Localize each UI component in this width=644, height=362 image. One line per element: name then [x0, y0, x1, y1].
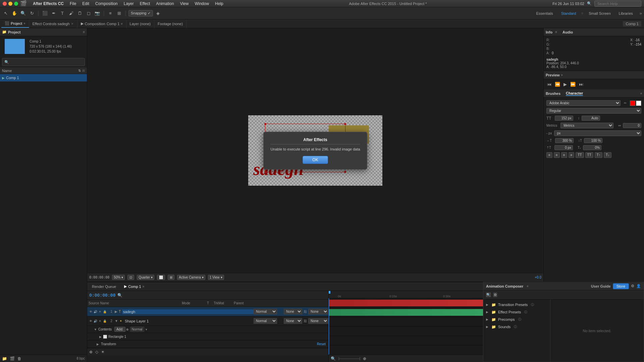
layer-row-2[interactable]: 👁 🔊 ☀ 🔒 2 ▼ ✦ Shape Layer 1 Normal — [87, 316, 328, 326]
menu-animation[interactable]: Animation — [156, 1, 174, 6]
tool-brush[interactable]: 🖌 — [67, 10, 75, 17]
info-menu-icon[interactable]: ≡ — [555, 30, 557, 34]
search-help-input[interactable] — [594, 1, 641, 7]
contents-expand-icon[interactable]: ▼ — [94, 328, 97, 331]
user-guide-link[interactable]: User Guide — [591, 284, 611, 288]
store-btn[interactable]: Store — [613, 283, 629, 289]
project-menu-icon[interactable]: ≡ — [23, 22, 25, 25]
tab-render-queue[interactable]: Render Queue — [89, 285, 119, 289]
effect-controls-close[interactable]: ✕ — [71, 22, 74, 25]
tool-distrib[interactable]: ⊞ — [115, 10, 123, 17]
preview-menu-icon[interactable]: ≡ — [561, 73, 563, 77]
layer-2-lock-icon[interactable]: 🔒 — [103, 319, 107, 323]
tab-comp-timeline[interactable]: ▶ Comp 1 ≡ — [121, 284, 147, 289]
anim-settings-btn[interactable]: ⚙ — [493, 293, 497, 297]
new-folder-btn[interactable]: 📁 — [2, 356, 7, 361]
char-menu-icon[interactable]: ≡ — [640, 92, 642, 95]
workspace-essentials[interactable]: Essentials — [534, 11, 556, 15]
sort-icon[interactable]: ⇅ — [78, 69, 81, 72]
anim-user-icon[interactable]: 👤 — [636, 284, 641, 288]
layer-1-visibility-icon[interactable]: 👁 — [89, 310, 93, 313]
unit-select[interactable]: px — [554, 130, 641, 136]
layer-2-audio-icon[interactable]: 🔊 — [93, 319, 97, 323]
tool-eraser[interactable]: ◻ — [85, 10, 92, 17]
fit-to-view-btn[interactable]: ⊡ — [127, 275, 134, 280]
tl-toggle-expand-btn[interactable]: ⊕ — [89, 350, 93, 354]
color-swatch-red[interactable] — [630, 101, 635, 106]
layer-1-mode[interactable]: Normal — [254, 309, 277, 314]
menu-file[interactable]: File — [70, 1, 76, 6]
new-comp-btn[interactable]: 🎬 — [10, 356, 15, 361]
toggle-transparency-btn[interactable]: ⬜ — [157, 275, 165, 280]
font-size-input[interactable] — [555, 116, 573, 121]
anim-tree-sounds[interactable]: ▶ 📁 Sounds ⓘ — [483, 323, 550, 330]
add-item-icon[interactable]: ⊞ — [82, 69, 85, 72]
anim-tree-transition-presets[interactable]: ▶ 📁 Transition Presets ⓘ — [483, 301, 550, 308]
font-edit-icon[interactable]: ✏ — [624, 101, 627, 105]
layer-1-audio-icon[interactable]: 🔊 — [93, 310, 97, 313]
close-btn[interactable] — [3, 2, 7, 6]
anim-tree-effect-presets[interactable]: ▶ 📁 Effect Presets ⓘ — [483, 308, 550, 316]
sounds-info-icon[interactable]: ⓘ — [514, 325, 517, 329]
layer-2-trkmat[interactable]: None — [284, 318, 302, 324]
layer-1-parent[interactable]: None — [308, 309, 328, 314]
layer-1-expand-icon[interactable]: ▶ — [115, 310, 117, 313]
view-dropdown[interactable]: 1 View ▾ — [208, 275, 224, 280]
workspace-standard[interactable]: Standard — [558, 11, 579, 15]
toggle-grid-btn[interactable]: ⊞ — [168, 275, 174, 280]
align-justify-btn[interactable]: ≡ — [569, 152, 575, 158]
project-search[interactable]: 🔍 — [2, 58, 85, 66]
anim-tree-precomps[interactable]: ▶ 📁 Precomps ⓘ — [483, 316, 550, 323]
transition-info-icon[interactable]: ⓘ — [531, 303, 534, 307]
tool-align[interactable]: ≡ — [107, 10, 114, 17]
t-small-btn[interactable]: TT — [585, 152, 593, 158]
tab-composition[interactable]: ▶ Composition Comp 1 ≡ — [77, 19, 126, 28]
brushes-tab[interactable]: Brushes — [546, 92, 560, 96]
camera-dropdown[interactable]: Active Camera ▾ — [177, 275, 205, 280]
reset-label[interactable]: Reset — [317, 342, 326, 346]
v-scale-input[interactable] — [584, 138, 602, 143]
tool-text[interactable]: T — [59, 10, 66, 17]
tab-footage[interactable]: Footage (none) — [154, 19, 186, 28]
zoom-timeline-in-btn[interactable]: ⊕ — [363, 356, 366, 361]
layer-2-mode[interactable]: Normal — [254, 318, 277, 324]
time-search-btn[interactable]: 🔍 — [117, 293, 122, 298]
workspace-libraries[interactable]: Libraries — [616, 11, 636, 15]
h-scale-input[interactable] — [555, 138, 574, 143]
tool-zoom[interactable]: 🔍 — [19, 10, 27, 17]
effect-info-icon[interactable]: ⓘ — [524, 310, 527, 314]
preview-to-end-btn[interactable]: ⏭ — [578, 81, 584, 87]
maximize-btn[interactable] — [14, 2, 18, 6]
layer-1-trkmat[interactable]: None — [284, 309, 302, 314]
preview-step-back-btn[interactable]: ⏪ — [554, 81, 561, 87]
t-sub-btn[interactable]: T↓ — [604, 152, 611, 158]
layer-2-parent[interactable]: None — [308, 318, 328, 324]
metrics-select[interactable]: Metrics — [560, 123, 613, 128]
align-right-btn[interactable]: ≡ — [561, 152, 567, 158]
tool-camera[interactable]: 📷 — [94, 10, 101, 17]
sub-layer-contents[interactable]: ▼ Contents Add: ⊕ Normal ▾ — [87, 326, 328, 333]
preview-step-fwd-btn[interactable]: ⏩ — [570, 81, 576, 87]
font-style-select[interactable]: Regular — [546, 108, 641, 114]
quality-dropdown[interactable]: Quarter ▾ — [137, 275, 154, 280]
sub-layer-transform[interactable]: ▶ Transform Reset — [87, 341, 328, 348]
character-tab[interactable]: Character — [566, 91, 583, 96]
dialog-ok-button[interactable]: OK — [303, 156, 328, 164]
anim-menu-icon[interactable]: ≡ — [527, 285, 528, 288]
audio-tab[interactable]: Audio — [562, 30, 573, 34]
tl-menu-icon[interactable]: ≡ — [143, 285, 144, 288]
zoom-timeline-out-btn[interactable]: 🔍 — [331, 356, 336, 361]
transform-expand-icon[interactable]: ▶ — [97, 343, 99, 346]
tool-select[interactable]: ↖ — [2, 10, 9, 17]
tool-hand[interactable]: ✋ — [11, 10, 18, 17]
add-icon[interactable]: ⊕ — [126, 328, 129, 331]
t-upper-btn[interactable]: TT — [576, 152, 584, 158]
workspace-small-screen[interactable]: Small Screen — [586, 11, 613, 15]
zoom-dropdown[interactable]: 50% ▾ — [112, 275, 125, 280]
project-panel-menu[interactable]: ≡ — [83, 30, 85, 34]
tool-stamp[interactable]: 🗒 — [76, 10, 84, 17]
align-center-btn[interactable]: ≡ — [554, 152, 560, 158]
menu-layer[interactable]: Layer — [124, 1, 134, 6]
workspace-more-icon[interactable]: » — [640, 11, 642, 16]
tab-layer[interactable]: Layer (none) — [126, 19, 154, 28]
